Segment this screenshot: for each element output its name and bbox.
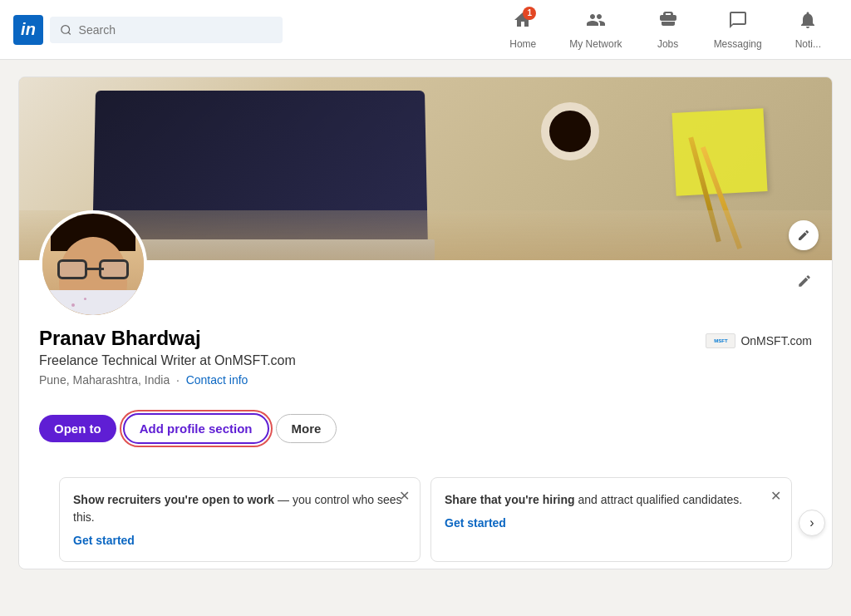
profile-card: Pranav Bhardwaj Freelance Technical Writ… xyxy=(18,76,833,569)
main-content: Pranav Bhardwaj Freelance Technical Writ… xyxy=(0,60,851,586)
my-network-label: My Network xyxy=(569,38,622,50)
add-profile-section-button[interactable]: Add profile section xyxy=(123,413,269,444)
profile-left: Pranav Bhardwaj Freelance Technical Writ… xyxy=(39,327,296,400)
messaging-icon xyxy=(728,10,748,35)
nav-items: 1 Home My Network Jobs Messaging xyxy=(493,3,838,57)
jobs-icon xyxy=(658,10,678,35)
nav-item-notifications[interactable]: Noti... xyxy=(779,3,838,57)
open-to-work-card-text: Show recruiters you're open to work — yo… xyxy=(73,491,406,526)
pencil-icon xyxy=(797,229,810,242)
profile-name-area: Pranav Bhardwaj Freelance Technical Writ… xyxy=(39,260,812,400)
search-input[interactable] xyxy=(79,23,273,37)
nav-item-my-network[interactable]: My Network xyxy=(553,3,638,57)
open-to-work-card-cta[interactable]: Get started xyxy=(73,534,135,547)
search-icon xyxy=(60,23,72,37)
home-icon: 1 xyxy=(513,10,533,35)
notepad-decoration xyxy=(671,108,767,196)
company-logo-text: MSFT xyxy=(714,338,727,343)
linkedin-logo-text: in xyxy=(21,20,36,39)
svg-line-1 xyxy=(68,32,71,34)
messaging-label: Messaging xyxy=(714,38,762,50)
info-cards-wrapper: ✕ Show recruiters you're open to work — … xyxy=(39,477,812,569)
hiring-card-text-strong: Share that you're hiring xyxy=(445,493,575,506)
home-label: Home xyxy=(509,38,536,50)
company-logo: MSFT xyxy=(706,333,735,348)
nav-item-messaging[interactable]: Messaging xyxy=(697,3,779,57)
edit-profile-button[interactable] xyxy=(797,274,812,293)
profile-headline: Freelance Technical Writer at OnMSFT.com xyxy=(39,353,296,368)
edit-cover-button[interactable] xyxy=(789,220,819,250)
jobs-label: Jobs xyxy=(657,38,678,50)
more-button[interactable]: More xyxy=(276,414,337,443)
location-text: Pune, Maharashtra, India xyxy=(39,373,170,387)
company-badge: MSFT OnMSFT.com xyxy=(706,333,812,348)
nav-item-jobs[interactable]: Jobs xyxy=(639,3,697,57)
open-to-work-card-text-strong: Show recruiters you're open to work xyxy=(73,493,274,506)
avatar-container xyxy=(39,210,147,318)
profile-actions: Open to Add profile section More xyxy=(39,413,812,444)
company-name: OnMSFT.com xyxy=(740,334,812,347)
my-network-icon xyxy=(586,10,606,35)
open-to-button[interactable]: Open to xyxy=(39,415,116,442)
profile-info-section: Pranav Bhardwaj Freelance Technical Writ… xyxy=(19,260,832,464)
profile-name: Pranav Bhardwaj xyxy=(39,327,296,350)
contact-info-link[interactable]: Contact info xyxy=(186,373,248,387)
notifications-label: Noti... xyxy=(795,38,821,50)
avatar xyxy=(39,210,147,318)
linkedin-logo[interactable]: in xyxy=(13,15,43,45)
cards-nav-button[interactable]: › xyxy=(799,510,825,536)
svg-point-0 xyxy=(61,25,70,33)
info-cards: ✕ Show recruiters you're open to work — … xyxy=(59,477,792,569)
close-open-to-work-card-button[interactable]: ✕ xyxy=(399,488,410,504)
search-bar xyxy=(50,17,283,43)
home-badge: 1 xyxy=(523,7,536,20)
hiring-card: ✕ Share that you're hiring and attract q… xyxy=(430,477,792,562)
hiring-card-cta[interactable]: Get started xyxy=(445,516,506,530)
hiring-card-text: Share that you're hiring and attract qua… xyxy=(445,491,778,509)
open-to-work-card: ✕ Show recruiters you're open to work — … xyxy=(59,477,421,562)
notifications-icon xyxy=(798,10,818,35)
coffee-cup-decoration xyxy=(541,102,599,160)
profile-location: Pune, Maharashtra, India · Contact info xyxy=(39,373,296,387)
navbar: in 1 Home My Network Jobs xyxy=(0,0,851,60)
profile-right: MSFT OnMSFT.com xyxy=(706,333,812,348)
close-hiring-card-button[interactable]: ✕ xyxy=(770,488,781,504)
nav-item-home[interactable]: 1 Home xyxy=(493,3,553,57)
edit-icon xyxy=(797,274,812,288)
